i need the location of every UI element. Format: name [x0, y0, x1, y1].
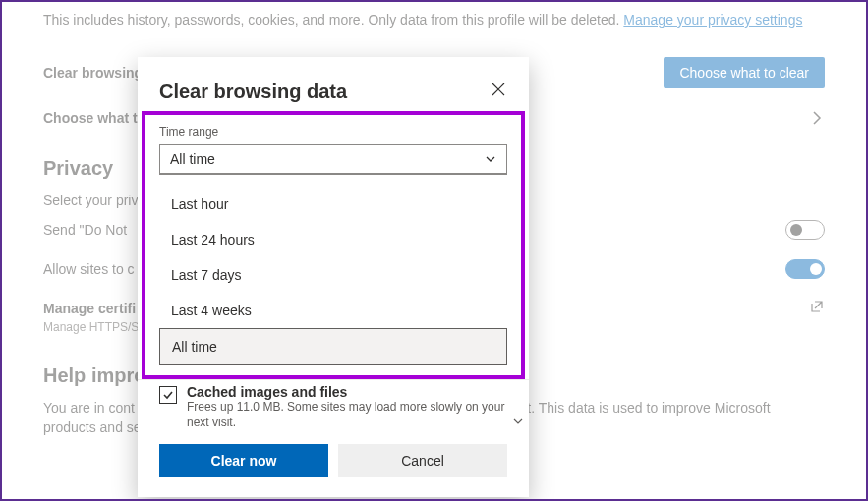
time-range-value: All time — [170, 151, 215, 167]
cancel-button[interactable]: Cancel — [338, 444, 507, 477]
cached-files-item[interactable]: Cached images and files Frees up 11.0 MB… — [138, 379, 529, 430]
cached-checkbox[interactable] — [159, 386, 177, 404]
cached-label: Cached images and files — [187, 384, 507, 400]
time-range-option[interactable]: Last hour — [159, 187, 507, 222]
close-icon — [492, 83, 505, 96]
time-range-option[interactable]: Last 4 weeks — [159, 293, 507, 328]
checkbox-area: Cached images and files Frees up 11.0 MB… — [138, 379, 529, 430]
clear-now-button[interactable]: Clear now — [159, 444, 328, 477]
dialog-title: Clear browsing data — [159, 81, 347, 103]
clear-browsing-dialog: Clear browsing data Time range All time … — [138, 57, 529, 497]
time-range-select[interactable]: All time — [159, 144, 507, 175]
scroll-down-icon[interactable] — [513, 417, 523, 428]
time-range-label: Time range — [159, 125, 507, 139]
check-icon — [162, 389, 174, 401]
time-range-option[interactable]: Last 7 days — [159, 257, 507, 293]
cached-desc: Frees up 11.0 MB. Some sites may load mo… — [187, 400, 507, 430]
close-button[interactable] — [490, 81, 507, 101]
time-range-option[interactable]: Last 24 hours — [159, 222, 507, 257]
chevron-down-icon — [485, 153, 496, 165]
time-range-option[interactable]: All time — [159, 328, 507, 365]
time-range-dropdown: Last hourLast 24 hoursLast 7 daysLast 4 … — [159, 187, 507, 365]
time-range-highlight: Time range All time Last hourLast 24 hou… — [142, 111, 525, 379]
